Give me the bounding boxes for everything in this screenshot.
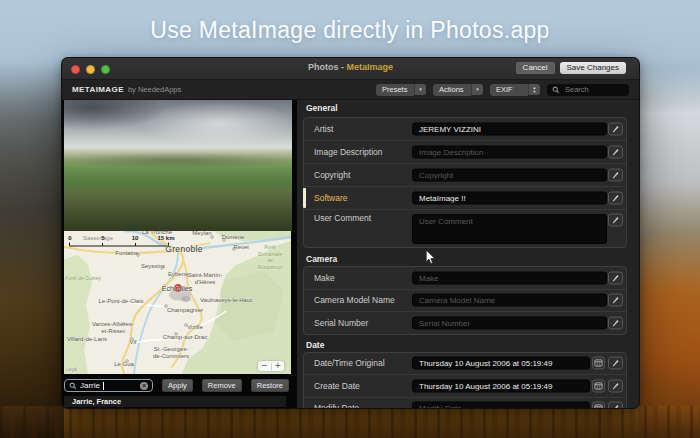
- wallpaper-mountain-right: [638, 68, 700, 438]
- map-zoom-out-button[interactable]: −: [258, 361, 271, 371]
- calendar-button[interactable]: [592, 379, 605, 392]
- calendar-icon: [594, 404, 603, 409]
- field-label-software: Software: [314, 193, 348, 203]
- exif-popup[interactable]: EXIF ▴▾: [490, 84, 540, 96]
- field-label-image-description: Image Description: [314, 147, 383, 157]
- field-row-create-date: Create Date: [304, 374, 626, 397]
- map-label-vaulnaveys: Vaulnaveys-le-Haut: [200, 297, 252, 304]
- map-scale-10: 10: [132, 235, 139, 241]
- edit-pencil-button[interactable]: [608, 214, 623, 227]
- search-input[interactable]: [563, 84, 623, 95]
- metaimage-window: Photos - MetaImage Cancel Save Changes M…: [61, 57, 640, 409]
- desktop: Use MetaImage directly in Photos.app Pho…: [0, 0, 700, 438]
- calendar-button[interactable]: [592, 402, 605, 409]
- clear-icon[interactable]: ×: [140, 382, 148, 390]
- restore-button[interactable]: Restore: [251, 379, 289, 392]
- geo-search-row: Jarrie × Apply Remove Restore: [64, 379, 289, 392]
- software-input[interactable]: [412, 192, 607, 205]
- pencil-icon: [611, 381, 620, 390]
- field-label-copyright: Copyright: [314, 170, 350, 180]
- edit-pencil-button[interactable]: [608, 192, 623, 205]
- edit-pencil-button[interactable]: [608, 316, 623, 329]
- map-scale-5: 5: [101, 235, 104, 241]
- plugin-toolbar: METAIMAGE by NeededApps Presets ▾ Action…: [62, 80, 639, 100]
- brand-byline: by NeededApps: [128, 85, 181, 94]
- create-date-input[interactable]: [412, 379, 590, 392]
- date-group: Date/Time Original Create Date: [303, 352, 627, 410]
- camera-group: Make Camera Model Name S: [303, 266, 627, 335]
- map-zoom-in-button[interactable]: +: [272, 361, 285, 371]
- location-result-row[interactable]: Jarrie, France: [64, 396, 286, 407]
- edit-pencil-button[interactable]: [608, 146, 623, 159]
- window-titlebar: Photos - MetaImage Cancel Save Changes: [62, 58, 639, 80]
- pencil-icon: [611, 296, 620, 305]
- map-label-meylan: Meylan: [192, 231, 211, 237]
- pencil-icon: [611, 194, 620, 203]
- camera-model-input[interactable]: [412, 294, 607, 307]
- map-zoom-controls: − +: [258, 361, 284, 371]
- stepper-arrows-icon: ▴▾: [528, 84, 540, 95]
- serial-number-input[interactable]: [412, 316, 607, 329]
- remove-button[interactable]: Remove: [202, 379, 242, 392]
- search-icon: [552, 86, 560, 94]
- edit-pencil-button[interactable]: [608, 294, 623, 307]
- user-comment-textarea[interactable]: [412, 214, 607, 244]
- actions-dropdown[interactable]: Actions ▾: [433, 84, 483, 96]
- field-label-camera-model: Camera Model Name: [314, 295, 395, 305]
- field-label-user-comment: User Comment: [314, 213, 371, 223]
- map-label-fontaine: Fontaine: [115, 250, 138, 257]
- make-input[interactable]: [412, 271, 607, 284]
- presets-dropdown[interactable]: Presets ▾: [376, 84, 426, 96]
- cancel-button[interactable]: Cancel: [516, 62, 555, 74]
- window-title-app: Photos: [308, 62, 339, 72]
- edit-pencil-button[interactable]: [608, 357, 623, 370]
- map-label-villard: Villard-de-Lans: [67, 336, 107, 343]
- pencil-icon: [611, 273, 620, 282]
- field-row-datetime-original: Date/Time Original: [304, 353, 626, 375]
- datetime-original-input[interactable]: [412, 357, 590, 370]
- map-label-varces: Varces-Allières- et-Risset: [92, 321, 134, 334]
- modify-date-input[interactable]: [412, 402, 590, 409]
- photo-thumbnail[interactable]: [64, 100, 292, 231]
- map-legal-link[interactable]: Legal: [66, 367, 77, 374]
- location-search-field[interactable]: Jarrie ×: [64, 379, 153, 392]
- calendar-button[interactable]: [592, 357, 605, 370]
- map-label-la-tronche: La Tronche: [142, 231, 172, 236]
- location-map[interactable]: Sassenage 0 5 10 15 km La Tronche Meylan…: [64, 231, 291, 374]
- window-title-plugin: MetaImage: [347, 62, 394, 72]
- edit-pencil-button[interactable]: [608, 169, 623, 182]
- field-label-modify-date: Modify Date: [314, 403, 359, 409]
- save-changes-button[interactable]: Save Changes: [560, 62, 626, 74]
- map-label-foret-domaniale: Forêt Domaniale de Rioupéroux: [257, 244, 283, 270]
- wallpaper-lake-reflection: [0, 406, 700, 438]
- search-icon: [69, 382, 77, 390]
- pencil-icon: [611, 216, 620, 225]
- field-label-make: Make: [314, 273, 335, 283]
- field-row-image-description: Image Description: [304, 140, 626, 163]
- pencil-icon: [611, 171, 620, 180]
- text-caret: [103, 382, 104, 390]
- section-header-general: General: [303, 103, 627, 113]
- edit-pencil-button[interactable]: [608, 271, 623, 284]
- map-label-le-gua: Le Gua: [114, 361, 134, 368]
- edit-pencil-button[interactable]: [608, 123, 623, 136]
- field-row-copyright: Copyright: [304, 163, 626, 186]
- apply-button[interactable]: Apply: [162, 379, 193, 392]
- artist-input[interactable]: [412, 123, 607, 136]
- pencil-icon: [611, 148, 620, 157]
- map-label-le-pont-de-claix: Le-Pont-de-Claix: [98, 298, 143, 305]
- field-row-serial-number: Serial Number: [304, 311, 626, 334]
- field-row-software: Software: [304, 186, 626, 209]
- wallpaper-mountain-left: [0, 62, 64, 438]
- section-header-camera: Camera: [303, 254, 627, 264]
- calendar-icon: [594, 359, 603, 368]
- chevron-down-icon: ▾: [471, 84, 483, 95]
- toolbar-search-field[interactable]: [547, 84, 629, 96]
- image-description-input[interactable]: [412, 146, 607, 159]
- map-label-revel: Revel: [233, 244, 248, 251]
- edit-pencil-button[interactable]: [608, 402, 623, 409]
- field-row-artist: Artist: [304, 118, 626, 140]
- copyright-input[interactable]: [412, 169, 607, 182]
- edit-pencil-button[interactable]: [608, 379, 623, 392]
- mouse-cursor: [425, 250, 436, 265]
